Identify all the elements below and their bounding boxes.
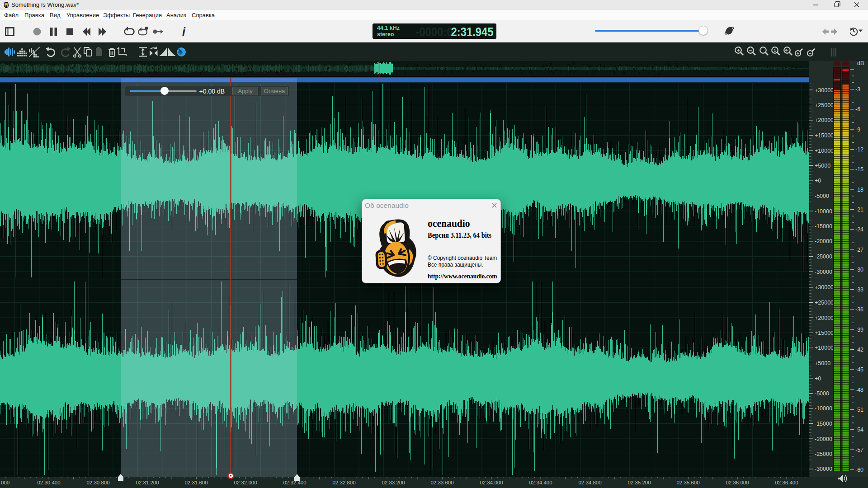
svg-text:+30000: +30000 xyxy=(815,87,834,94)
svg-text:02:32.000: 02:32.000 xyxy=(234,480,257,485)
svg-text:-57: -57 xyxy=(855,447,863,453)
svg-text:-5000: -5000 xyxy=(815,193,829,199)
svg-text:+0: +0 xyxy=(815,375,821,382)
svg-text:02:31.200: 02:31.200 xyxy=(136,480,159,485)
svg-text:-5000: -5000 xyxy=(815,390,829,397)
svg-text:-10000: -10000 xyxy=(815,405,832,412)
svg-text:02:31.600: 02:31.600 xyxy=(184,480,208,485)
svg-text:02:30.400: 02:30.400 xyxy=(37,480,60,485)
svg-text:-6: -6 xyxy=(855,106,860,113)
svg-text:-15000: -15000 xyxy=(815,223,832,230)
svg-text:000: 000 xyxy=(1,480,9,485)
svg-text:-48: -48 xyxy=(855,387,863,393)
svg-text:+5000: +5000 xyxy=(815,360,830,366)
svg-text:02:35.200: 02:35.200 xyxy=(627,480,651,485)
svg-text:+30000: +30000 xyxy=(815,284,834,291)
svg-text:+20000: +20000 xyxy=(815,315,834,321)
svg-text:-45: -45 xyxy=(855,366,863,373)
svg-text:1: 1 xyxy=(774,48,776,53)
svg-text:-9: -9 xyxy=(855,127,860,133)
svg-text:02:32.800: 02:32.800 xyxy=(332,480,355,485)
svg-text:-54: -54 xyxy=(855,427,863,433)
svg-text:-27: -27 xyxy=(855,247,863,253)
svg-text:i: i xyxy=(182,25,186,38)
svg-text:-60: -60 xyxy=(855,467,863,473)
svg-text:-12: -12 xyxy=(855,146,863,153)
svg-text:+0: +0 xyxy=(815,178,821,184)
svg-text:+20000: +20000 xyxy=(815,117,834,123)
svg-text:02:34.800: 02:34.800 xyxy=(578,480,601,485)
svg-text:-21: -21 xyxy=(855,206,863,213)
svg-text:-15000: -15000 xyxy=(815,421,832,427)
svg-text:+15000: +15000 xyxy=(815,330,834,336)
svg-text:+25000: +25000 xyxy=(815,102,834,108)
svg-text:-30000: -30000 xyxy=(815,466,832,472)
svg-text:-39: -39 xyxy=(855,327,863,333)
svg-text:+10000: +10000 xyxy=(815,148,834,154)
svg-text:dB: dB xyxy=(857,60,864,66)
svg-text:-24: -24 xyxy=(855,226,863,233)
svg-text:02:34.400: 02:34.400 xyxy=(529,480,552,485)
svg-text:02:36.400: 02:36.400 xyxy=(775,480,798,485)
svg-text:-33: -33 xyxy=(855,286,863,293)
svg-text:-20000: -20000 xyxy=(815,436,832,442)
svg-text:+15000: +15000 xyxy=(815,132,834,139)
svg-text:02:36.000: 02:36.000 xyxy=(726,480,749,485)
svg-text:-30000: -30000 xyxy=(815,269,832,275)
svg-text:-3: -3 xyxy=(855,86,860,93)
svg-text:-42: -42 xyxy=(855,347,863,353)
svg-text:02:35.600: 02:35.600 xyxy=(676,480,699,485)
svg-text:+10000: +10000 xyxy=(815,345,834,351)
svg-text:-51: -51 xyxy=(855,407,863,413)
svg-text:-25000: -25000 xyxy=(815,451,832,457)
svg-text:-30: -30 xyxy=(855,267,863,273)
svg-text:-25000: -25000 xyxy=(815,253,832,260)
svg-text:+5000: +5000 xyxy=(815,163,830,169)
svg-text:+25000: +25000 xyxy=(815,300,834,306)
svg-text:02:33.200: 02:33.200 xyxy=(382,480,405,485)
svg-text:02:33.600: 02:33.600 xyxy=(430,480,453,485)
svg-text:-10000: -10000 xyxy=(815,208,832,215)
svg-text:-15: -15 xyxy=(855,166,863,173)
svg-text:-36: -36 xyxy=(855,306,863,313)
svg-text:02:34.000: 02:34.000 xyxy=(480,480,503,485)
svg-text:-18: -18 xyxy=(855,187,863,193)
svg-text:02:30.800: 02:30.800 xyxy=(86,480,109,485)
svg-text:-20000: -20000 xyxy=(815,238,832,244)
